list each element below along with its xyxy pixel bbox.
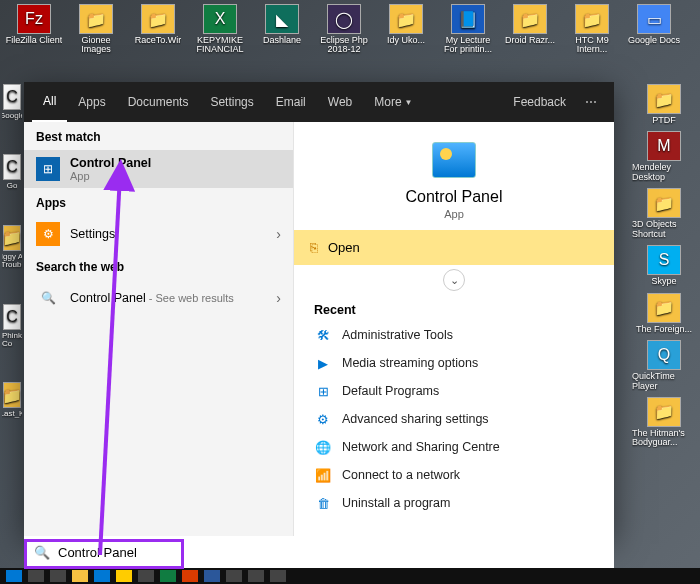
tab-more[interactable]: More▼ (363, 82, 423, 122)
taskbar-item[interactable] (248, 570, 264, 582)
open-button[interactable]: ⎘ Open (294, 230, 614, 265)
recent-item-icon: 📶 (314, 466, 332, 484)
desktop-icon[interactable]: CGoogle (2, 84, 22, 120)
apps-result-settings[interactable]: ⚙ Settings › (24, 216, 293, 252)
search-box[interactable]: 🔍 Control Panel (24, 536, 614, 568)
desktop-icon[interactable]: CPhink Co (2, 304, 22, 349)
recent-item-icon: 🗑 (314, 494, 332, 512)
desktop-icon[interactable]: 📁Gionee Images (66, 4, 126, 66)
result-preview: Control Panel App ⎘ Open ⌄ Recent 🛠Admin… (294, 122, 614, 536)
desktop-icon[interactable]: 📁HTC M9 Intern... (562, 4, 622, 66)
desktop-icon[interactable]: 📁Idy Uko... (376, 4, 436, 66)
tab-all[interactable]: All (32, 82, 67, 122)
open-icon: ⎘ (310, 240, 318, 255)
tab-documents[interactable]: Documents (117, 82, 200, 122)
desktop-icon[interactable]: ◣Dashlane (252, 4, 312, 66)
web-result[interactable]: 🔍 Control Panel - See web results › (24, 280, 293, 316)
taskbar-item[interactable] (116, 570, 132, 582)
recent-item[interactable]: ▶Media streaming options (306, 349, 602, 377)
taskbar-item[interactable] (50, 570, 66, 582)
search-icon: 🔍 (34, 545, 50, 560)
recent-item-icon: ▶ (314, 354, 332, 372)
recent-item-label: Advanced sharing settings (342, 412, 489, 426)
taskbar-item[interactable] (270, 570, 286, 582)
recent-item-icon: 🛠 (314, 326, 332, 344)
recent-item-label: Connect to a network (342, 468, 460, 482)
desktop-icon[interactable]: ◯Eclipse Php 2018-12 (314, 4, 374, 66)
preview-subtitle: App (444, 208, 464, 220)
taskbar-item[interactable] (138, 570, 154, 582)
chevron-right-icon: › (276, 226, 281, 242)
search-web-header: Search the web (24, 252, 293, 280)
recent-item[interactable]: ⚙Advanced sharing settings (306, 405, 602, 433)
results-list: Best match ⊞ Control Panel App Apps ⚙ Se… (24, 122, 294, 536)
best-match-subtitle: App (70, 170, 281, 182)
desktop-icon[interactable]: 📁Iggy A Troubl (2, 225, 22, 270)
best-match-title: Control Panel (70, 156, 281, 170)
recent-item[interactable]: ⊞Default Programs (306, 377, 602, 405)
desktop-icon[interactable]: 📁Droid Razr... (500, 4, 560, 66)
recent-item-label: Media streaming options (342, 356, 478, 370)
desktop-icon[interactable]: 📘My Lecture For printin... (438, 4, 498, 66)
recent-item[interactable]: 🗑Uninstall a program (306, 489, 602, 517)
desktop-icon[interactable]: 📁Last_K (2, 382, 22, 418)
start-search-panel: All Apps Documents Settings Email Web Mo… (24, 82, 614, 536)
chevron-right-icon: › (276, 290, 281, 306)
desktop-icon[interactable]: FzFileZilla Client (4, 4, 64, 66)
recent-item[interactable]: 🌐Network and Sharing Centre (306, 433, 602, 461)
recent-item-icon: 🌐 (314, 438, 332, 456)
search-input-value: Control Panel (58, 545, 137, 560)
taskbar-item[interactable] (226, 570, 242, 582)
best-match-header: Best match (24, 122, 293, 150)
taskbar[interactable] (0, 568, 700, 584)
recent-item-icon: ⚙ (314, 410, 332, 428)
settings-icon: ⚙ (36, 222, 60, 246)
recent-list: 🛠Administrative Tools▶Media streaming op… (294, 321, 614, 517)
recent-item-label: Default Programs (342, 384, 439, 398)
chevron-down-icon: ▼ (405, 98, 413, 107)
desktop-icon[interactable]: 📁RaceTo.Wir (128, 4, 188, 66)
desktop-icon-grid: FzFileZilla Client📁Gionee Images📁RaceTo.… (4, 4, 696, 66)
taskbar-item[interactable] (204, 570, 220, 582)
best-match-result[interactable]: ⊞ Control Panel App (24, 150, 293, 188)
desktop-icon[interactable]: XKEPYMIKE FINANCIAL (190, 4, 250, 66)
taskbar-item[interactable] (94, 570, 110, 582)
recent-item[interactable]: 📶Connect to a network (306, 461, 602, 489)
desktop-icon[interactable]: 📁The Foreign... (632, 293, 696, 334)
desktop-icon[interactable]: 📁PTDF (632, 84, 696, 125)
recent-item-label: Network and Sharing Centre (342, 440, 500, 454)
desktop-icon[interactable]: 📁The Hitman's Bodyguar... (632, 397, 696, 448)
taskbar-item[interactable] (72, 570, 88, 582)
desktop-icon[interactable]: 📁3D Objects Shortcut (632, 188, 696, 239)
desktop-icon[interactable]: MMendeley Desktop (632, 131, 696, 182)
apps-header: Apps (24, 188, 293, 216)
recent-header: Recent (294, 295, 614, 321)
desktop-icon[interactable]: SSkype (632, 245, 696, 286)
desktop-icon[interactable]: ▭Google Docs (624, 4, 684, 66)
taskbar-item[interactable] (28, 570, 44, 582)
tab-settings[interactable]: Settings (199, 82, 264, 122)
search-icon: 🔍 (36, 286, 60, 310)
apps-result-label: Settings (70, 227, 266, 241)
preview-title: Control Panel (406, 188, 503, 206)
desktop-icon[interactable]: QQuickTime Player (632, 340, 696, 391)
feedback-link[interactable]: Feedback (502, 82, 577, 122)
desktop-icon[interactable]: CGo (2, 154, 22, 190)
search-tab-bar: All Apps Documents Settings Email Web Mo… (24, 82, 614, 122)
control-panel-icon: ⊞ (36, 157, 60, 181)
expand-toggle[interactable]: ⌄ (443, 269, 465, 291)
recent-item[interactable]: 🛠Administrative Tools (306, 321, 602, 349)
tab-email[interactable]: Email (265, 82, 317, 122)
taskbar-item[interactable] (6, 570, 22, 582)
tab-apps[interactable]: Apps (67, 82, 116, 122)
open-label: Open (328, 240, 360, 255)
taskbar-item[interactable] (182, 570, 198, 582)
control-panel-large-icon (432, 142, 476, 178)
overflow-menu-icon[interactable]: ⋯ (577, 95, 606, 109)
recent-item-label: Administrative Tools (342, 328, 453, 342)
recent-item-icon: ⊞ (314, 382, 332, 400)
taskbar-item[interactable] (160, 570, 176, 582)
tab-web[interactable]: Web (317, 82, 363, 122)
recent-item-label: Uninstall a program (342, 496, 450, 510)
web-result-label: Control Panel - See web results (70, 291, 266, 305)
